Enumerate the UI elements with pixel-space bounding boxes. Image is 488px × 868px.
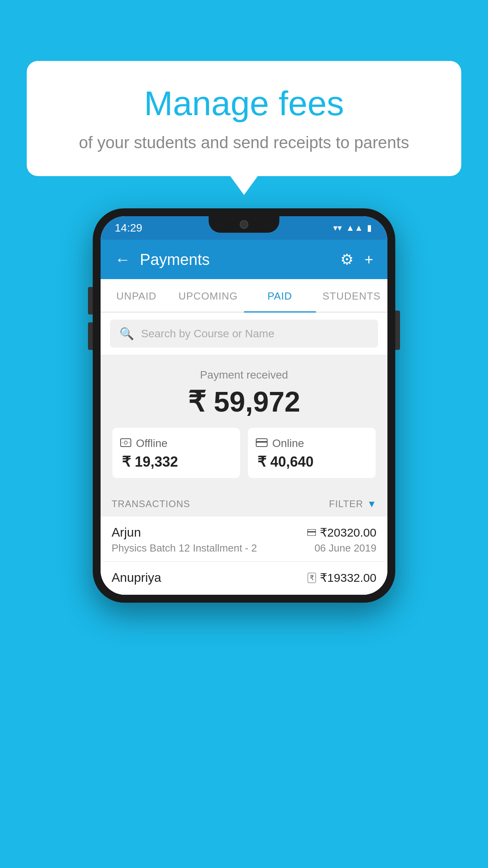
filter-label: FILTER	[329, 498, 363, 509]
speech-bubble-container: Manage fees of your students and send re…	[27, 61, 461, 176]
transaction-row-anupriya[interactable]: Anupriya ₹ ₹19332.00	[101, 562, 387, 595]
search-container: 🔍 Search by Course or Name	[101, 313, 387, 355]
online-label: Online	[272, 437, 304, 450]
txn-payment-type-icon-anupriya: ₹	[308, 573, 316, 583]
status-icons: ▾▾ ▲▲ ▮	[333, 223, 372, 233]
header-title: Payments	[140, 251, 331, 268]
add-icon[interactable]: +	[365, 251, 373, 268]
payment-cards: Offline ₹ 19,332 Online	[112, 428, 376, 478]
online-amount: ₹ 40,640	[256, 454, 368, 470]
payment-received-label: Payment received	[112, 369, 376, 381]
tab-unpaid[interactable]: UNPAID	[101, 279, 172, 312]
header-actions: ⚙ +	[340, 251, 373, 268]
svg-rect-7	[307, 531, 316, 533]
txn-amount-arjun: ₹20320.00	[320, 526, 376, 539]
online-card-header: Online	[256, 437, 368, 450]
txn-top-anupriya: Anupriya ₹ ₹19332.00	[112, 570, 376, 585]
svg-rect-5	[256, 441, 267, 443]
txn-amount-anupriya: ₹19332.00	[320, 571, 376, 585]
tab-paid[interactable]: PAID	[244, 279, 316, 312]
online-card: Online ₹ 40,640	[248, 428, 376, 478]
txn-name-arjun: Arjun	[112, 525, 141, 540]
phone-screen: 14:29 ▾▾ ▲▲ ▮ ← Payments ⚙ + UNPAID	[101, 216, 387, 595]
txn-name-anupriya: Anupriya	[112, 570, 161, 585]
status-time: 14:29	[115, 222, 142, 234]
payment-total-amount: ₹ 59,972	[112, 385, 376, 418]
svg-point-1	[124, 441, 127, 444]
phone-frame-container: 14:29 ▾▾ ▲▲ ▮ ← Payments ⚙ + UNPAID	[93, 208, 395, 603]
tabs-bar: UNPAID UPCOMING PAID STUDENTS	[101, 279, 387, 313]
bubble-title: Manage fees	[46, 85, 442, 123]
settings-icon[interactable]: ⚙	[340, 251, 354, 268]
search-bar[interactable]: 🔍 Search by Course or Name	[110, 320, 378, 348]
transactions-label: TRANSACTIONS	[112, 498, 190, 509]
bubble-subtitle: of your students and send receipts to pa…	[46, 131, 442, 154]
online-icon	[256, 437, 268, 450]
txn-top-arjun: Arjun ₹20320.00	[112, 525, 376, 540]
battery-icon: ▮	[367, 223, 372, 233]
tab-students[interactable]: STUDENTS	[316, 279, 388, 312]
speech-bubble: Manage fees of your students and send re…	[27, 61, 461, 176]
transactions-header: TRANSACTIONS FILTER ▼	[101, 490, 387, 517]
txn-amount-wrap-arjun: ₹20320.00	[307, 526, 376, 539]
offline-card-header: Offline	[120, 437, 232, 450]
offline-label: Offline	[136, 437, 167, 450]
back-button[interactable]: ←	[115, 251, 130, 268]
tab-upcoming[interactable]: UPCOMING	[172, 279, 244, 312]
filter-icon: ▼	[367, 498, 376, 509]
wifi-icon: ▾▾	[333, 223, 342, 233]
offline-amount: ₹ 19,332	[120, 454, 232, 470]
offline-card: Offline ₹ 19,332	[112, 428, 240, 478]
transaction-row-arjun[interactable]: Arjun ₹20320.00 Physics Batch 12 Install…	[101, 517, 387, 562]
filter-wrap[interactable]: FILTER ▼	[329, 498, 376, 509]
txn-payment-type-icon-arjun	[307, 527, 316, 538]
payment-summary: Payment received ₹ 59,972	[101, 355, 387, 490]
txn-course-arjun: Physics Batch 12 Installment - 2	[112, 542, 257, 554]
signal-icon: ▲▲	[346, 223, 363, 233]
power-button[interactable]	[395, 311, 400, 350]
txn-bottom-arjun: Physics Batch 12 Installment - 2 06 June…	[112, 542, 376, 554]
txn-amount-wrap-anupriya: ₹ ₹19332.00	[308, 571, 376, 585]
search-placeholder-text: Search by Course or Name	[141, 327, 274, 340]
volume-down-button[interactable]	[88, 322, 93, 350]
search-icon: 🔍	[119, 327, 134, 340]
volume-up-button[interactable]	[88, 287, 93, 314]
front-camera	[240, 220, 248, 229]
offline-icon	[120, 437, 131, 450]
phone-notch	[209, 216, 279, 233]
phone-frame: 14:29 ▾▾ ▲▲ ▮ ← Payments ⚙ + UNPAID	[93, 208, 395, 603]
app-header: ← Payments ⚙ +	[101, 240, 387, 279]
txn-date-arjun: 06 June 2019	[314, 542, 376, 554]
